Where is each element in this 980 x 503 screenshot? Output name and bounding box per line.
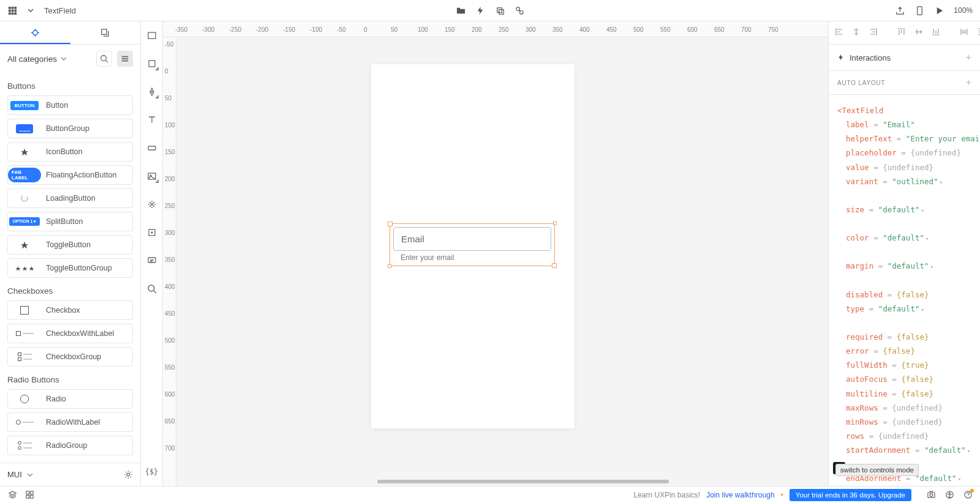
tab-components[interactable] (0, 21, 70, 44)
add-autolayout-button[interactable]: + (966, 77, 971, 88)
ruler-vertical: -500501001502002503003504004505005506006… (163, 37, 176, 486)
component-togglebuttongroup[interactable]: ToggleButtonGroup (7, 258, 133, 278)
tool-pen[interactable] (144, 84, 160, 100)
component-radio[interactable]: Radio (7, 389, 133, 409)
tool-image[interactable] (144, 168, 160, 184)
ruler-tick: 600 (687, 26, 698, 33)
list-view-button[interactable] (117, 51, 133, 67)
ruler-tick: 650 (714, 26, 725, 33)
category-select[interactable]: All categories (7, 54, 91, 64)
align-bottom-icon[interactable] (932, 28, 940, 38)
tool-hotspot[interactable] (144, 225, 160, 240)
code-view[interactable]: <TextField label = "Email"helperText = "… (829, 95, 980, 486)
component-thumb (8, 413, 41, 431)
tool-rectangle[interactable] (144, 56, 160, 72)
ruler-tick: 100 (418, 26, 428, 33)
play-icon[interactable] (934, 6, 944, 15)
component-iconbutton[interactable]: IconButton (7, 142, 133, 162)
interactions-section[interactable]: Interactions + (829, 45, 980, 71)
svg-point-31 (148, 285, 154, 291)
group-title: Checkboxes (7, 286, 133, 296)
add-interaction-button[interactable]: + (966, 52, 971, 63)
zoom-level[interactable]: 100% (954, 6, 973, 15)
tool-variables[interactable]: {$} (144, 464, 160, 480)
svg-rect-1 (11, 6, 13, 9)
selected-element[interactable]: Email Enter your email (390, 223, 555, 266)
ruler-tick: -50 (165, 41, 173, 48)
component-checkboxwithlabel[interactable]: CheckboxWithLabel (7, 324, 133, 343)
component-checkbox[interactable]: Checkbox (7, 300, 133, 320)
ruler-tick: 100 (165, 122, 175, 129)
distribute-v-icon[interactable] (977, 28, 980, 38)
svg-point-16 (101, 56, 107, 61)
interactions-label: Interactions (850, 53, 891, 62)
component-label: Checkbox (41, 306, 80, 315)
accessibility-icon[interactable] (944, 490, 954, 500)
component-loadingbutton[interactable]: LoadingButton (7, 188, 133, 208)
component-thumb (8, 259, 41, 277)
tool-search[interactable] (144, 281, 160, 297)
menu-grid-icon[interactable] (7, 6, 17, 15)
component-label: CheckboxGroup (41, 352, 101, 361)
align-center-icon[interactable] (852, 28, 861, 38)
camera-icon[interactable] (926, 490, 936, 500)
trial-badge[interactable]: Your trial ends in 36 days. Upgrade (790, 489, 911, 501)
ruler-tick: -200 (256, 26, 268, 33)
component-button[interactable]: BUTTONButton (7, 95, 133, 115)
align-right-icon[interactable] (869, 28, 878, 38)
align-top-icon[interactable] (897, 28, 906, 38)
device-icon[interactable] (914, 6, 924, 15)
component-checkboxgroup[interactable]: CheckboxGroup (7, 347, 133, 367)
ruler-tick: 350 (552, 26, 563, 33)
help-icon[interactable] (963, 490, 973, 500)
canvas[interactable]: -350-300-250-200-150-100-500501001502002… (163, 21, 828, 486)
tab-layers[interactable] (70, 21, 141, 44)
svg-point-21 (127, 473, 130, 476)
gear-icon[interactable] (123, 470, 133, 480)
component-togglebutton[interactable]: ToggleButton (7, 235, 133, 255)
component-label: RadioWithLabel (41, 418, 100, 427)
component-floatingactionbutton[interactable]: FAB LABELFloatingActionButton (7, 165, 133, 185)
folder-icon[interactable] (456, 6, 466, 15)
tool-comment[interactable] (144, 253, 160, 269)
tool-icon[interactable] (144, 196, 160, 212)
ruler-tick: 150 (165, 149, 175, 155)
bolt-icon[interactable] (475, 6, 485, 15)
ruler-tick: 250 (165, 203, 175, 209)
align-toolbar (829, 21, 980, 45)
tool-text[interactable] (144, 112, 160, 128)
component-thumb (8, 143, 41, 161)
component-radiowithlabel[interactable]: RadioWithLabel (7, 412, 133, 432)
component-splitbutton[interactable]: OPTION 1 ▾SplitButton (7, 212, 133, 231)
horizontal-scrollbar[interactable] (377, 480, 669, 483)
link-icon[interactable] (514, 6, 524, 15)
chevron-down-icon[interactable] (27, 472, 33, 478)
distribute-h-icon[interactable] (960, 28, 968, 38)
align-middle-icon[interactable] (914, 28, 923, 38)
align-left-icon[interactable] (835, 28, 843, 38)
tool-select[interactable] (144, 28, 160, 43)
library-name[interactable]: MUI (7, 470, 22, 479)
ruler-tick: 50 (391, 26, 398, 33)
svg-rect-25 (148, 146, 156, 150)
component-radiogroup[interactable]: RadioGroup (7, 436, 133, 455)
autolayout-section[interactable]: AUTO LAYOUT + (829, 71, 980, 95)
component-label: ToggleButtonGroup (41, 264, 112, 272)
svg-point-41 (949, 493, 950, 494)
layers-panel-icon[interactable] (7, 490, 17, 500)
textfield-label[interactable]: Email (393, 227, 551, 251)
copy-icon[interactable] (495, 6, 505, 15)
chevron-down-icon[interactable] (26, 6, 36, 15)
svg-point-20 (21, 195, 28, 201)
ruler-tick: 550 (165, 364, 175, 371)
join-walkthrough-link[interactable]: Join live walkthrough (706, 491, 774, 499)
tool-button[interactable] (144, 140, 160, 156)
svg-rect-3 (8, 9, 10, 12)
component-thumb (8, 390, 41, 408)
left-panel: All categories ButtonsBUTTONButton⎯ ⎯ ⎯B… (0, 21, 141, 486)
ruler-tick: -150 (283, 26, 295, 33)
component-buttongroup[interactable]: ⎯ ⎯ ⎯ButtonGroup (7, 119, 133, 138)
grid-panel-icon[interactable] (24, 490, 34, 500)
search-button[interactable] (96, 51, 112, 67)
share-icon[interactable] (895, 6, 905, 15)
